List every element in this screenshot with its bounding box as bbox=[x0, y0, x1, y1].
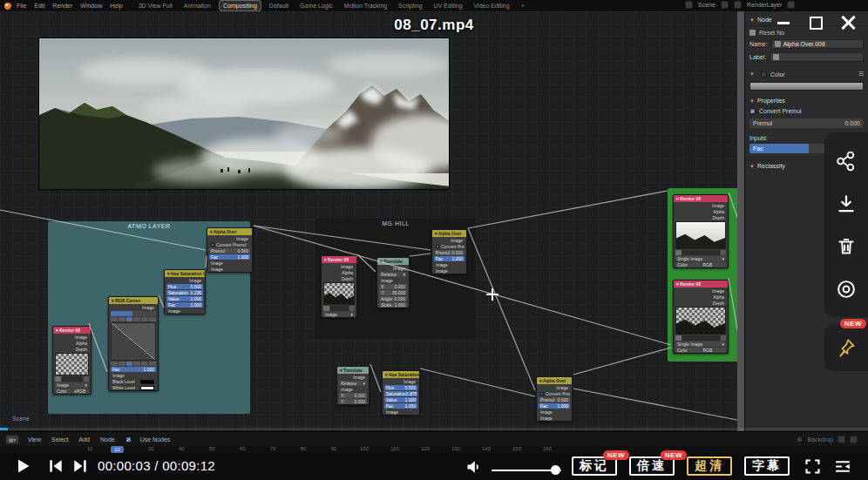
video-seekbar[interactable] bbox=[0, 428, 868, 430]
player-button--[interactable]: 超清 bbox=[687, 456, 732, 476]
color-checkbox bbox=[761, 71, 767, 78]
dropdown-row: Image▾ bbox=[323, 312, 355, 317]
value-row: Y:0.000 bbox=[339, 399, 367, 404]
input-socket-row: Image bbox=[434, 262, 465, 267]
toolbar-trash-button[interactable] bbox=[835, 235, 858, 258]
pin-panel[interactable]: NEW bbox=[824, 324, 868, 371]
node-header: ▾ Render 08 bbox=[53, 327, 91, 334]
output-socket-row: Depth bbox=[55, 347, 89, 352]
file-row bbox=[675, 335, 726, 341]
timeline-tick: 120 bbox=[421, 446, 430, 451]
node-alpha-over: ▾ Alpha OverImageConvert PremulPremul:0.… bbox=[536, 376, 573, 422]
frame-label: MG HILL bbox=[315, 220, 476, 226]
tab-scripting: Scripting bbox=[395, 1, 425, 10]
toolbar-download-button[interactable] bbox=[835, 193, 858, 215]
value-row: X:0.000 bbox=[379, 284, 407, 289]
timeline-tick: 160 bbox=[543, 446, 552, 451]
node-render-08: ▾ Render 08ImageAlphaDepthImage▾ bbox=[321, 255, 357, 318]
node-header: ▾ Translate bbox=[377, 258, 409, 265]
dropdown-row: Single Image▾ bbox=[675, 256, 726, 261]
x-button bbox=[349, 306, 355, 311]
menu-window: Window bbox=[80, 3, 102, 9]
trash-icon bbox=[835, 235, 858, 258]
seekbar-progress bbox=[0, 428, 8, 430]
node-editor-header: ▦▾ ViewSelectAddNode ✓ Use Nodes Backdro… bbox=[0, 431, 868, 446]
scene-frame-label: Scene bbox=[12, 416, 30, 422]
output-socket-row: Image bbox=[111, 305, 156, 310]
swatch-row: White Level bbox=[111, 385, 156, 390]
dropdown-row: Relative▾ bbox=[339, 381, 367, 386]
output-socket-row: Image bbox=[539, 385, 570, 390]
tool-button bbox=[126, 317, 133, 321]
thumb-mountain bbox=[324, 283, 354, 304]
checkbox-icon bbox=[211, 243, 214, 247]
time-display: 00:00:03 / 00:09:12 bbox=[98, 458, 215, 473]
previous-frame-button[interactable] bbox=[47, 457, 64, 475]
checkbox-icon bbox=[540, 392, 544, 395]
preview-thumb bbox=[55, 353, 89, 375]
curve-tabs-row bbox=[111, 311, 156, 316]
toolbar-share-button[interactable] bbox=[835, 150, 858, 172]
player-button--[interactable]: 倍速NEW bbox=[629, 456, 675, 476]
minimize-button[interactable] bbox=[777, 22, 790, 24]
tab-video-editing: Video Editing bbox=[471, 1, 513, 10]
volume-knob[interactable] bbox=[551, 465, 560, 475]
node-header: ▾ RGB Curves bbox=[109, 297, 158, 304]
dropdown-row: Image▾ bbox=[55, 382, 89, 388]
video-player-window: FileEditRenderWindowHelp 3D View FullAni… bbox=[0, 0, 868, 480]
tool-button bbox=[133, 317, 140, 321]
list-icon: ☰ bbox=[858, 71, 864, 78]
mountain-render bbox=[39, 38, 450, 190]
dropdown-pair-row: ColorsRGB bbox=[55, 389, 89, 394]
player-button--[interactable]: 字幕 bbox=[744, 456, 790, 476]
tool-button bbox=[149, 362, 156, 366]
file-field bbox=[682, 250, 720, 255]
input-socket-row: Image bbox=[209, 260, 250, 266]
color-swatch bbox=[140, 386, 154, 390]
play-button[interactable] bbox=[14, 457, 31, 475]
tab-3d-view-full: 3D View Full bbox=[135, 1, 176, 10]
file-field bbox=[330, 306, 349, 311]
reset-node-text: Reset No bbox=[759, 30, 784, 36]
render-preview-image bbox=[38, 37, 450, 190]
timeline-tick: 60 bbox=[240, 446, 246, 451]
close-button[interactable] bbox=[838, 13, 858, 32]
node-header: ▾ Alpha Over bbox=[207, 228, 252, 235]
side-toolbar bbox=[824, 132, 868, 317]
preview-thumb bbox=[323, 282, 355, 305]
file-field bbox=[682, 335, 720, 341]
node-name-field: Alpha Over.008 bbox=[771, 39, 864, 49]
value-row: X:0.000 bbox=[339, 393, 367, 398]
volume-icon[interactable] bbox=[465, 458, 483, 476]
video-frame[interactable]: FileEditRenderWindowHelp 3D View FullAni… bbox=[0, 0, 868, 453]
timeline-tick: 110 bbox=[390, 446, 399, 451]
backdrop-checkbox bbox=[797, 436, 803, 443]
output-socket-row: Image bbox=[675, 288, 726, 294]
node-translate: ▾ TranslateImageRelative▾ImageX:0.000Y:0… bbox=[336, 366, 370, 405]
output-socket-row: Image bbox=[166, 278, 203, 283]
toolbar-record-button[interactable] bbox=[835, 278, 858, 301]
node-alpha-over: ▾ Alpha OverImageConvert PremulPremul:0.… bbox=[431, 229, 467, 274]
slider-row: Saturation1.230 bbox=[166, 290, 203, 295]
node-render-08: ▾ Render 08ImageAlphaDepthSingle Image▾C… bbox=[673, 280, 729, 354]
share-icon bbox=[835, 150, 858, 172]
editor-menu-node: Node bbox=[100, 436, 115, 443]
node-header: ▾ Render 08 bbox=[674, 281, 728, 287]
input-socket-row: Image bbox=[166, 308, 203, 314]
recycle-icon bbox=[749, 30, 756, 36]
timeline-tick: 140 bbox=[482, 446, 491, 451]
color-swatch-bar bbox=[749, 82, 864, 91]
renderlayer-selector: RenderLayer bbox=[747, 2, 782, 8]
maximize-button[interactable] bbox=[810, 17, 823, 30]
output-socket-row: Alpha bbox=[675, 294, 726, 300]
file-row bbox=[675, 250, 726, 255]
fullscreen-button[interactable] bbox=[804, 457, 822, 476]
preview-thumb bbox=[675, 221, 726, 249]
player-button--[interactable]: 标记NEW bbox=[572, 456, 617, 476]
input-socket-row: Image bbox=[384, 409, 417, 415]
playlist-button[interactable] bbox=[833, 457, 852, 476]
next-frame-button[interactable] bbox=[71, 457, 89, 475]
color-section-header: ▼ Color ☰ bbox=[749, 71, 864, 78]
pushpin-icon bbox=[835, 336, 858, 359]
editor-menu-add: Add bbox=[79, 436, 90, 443]
